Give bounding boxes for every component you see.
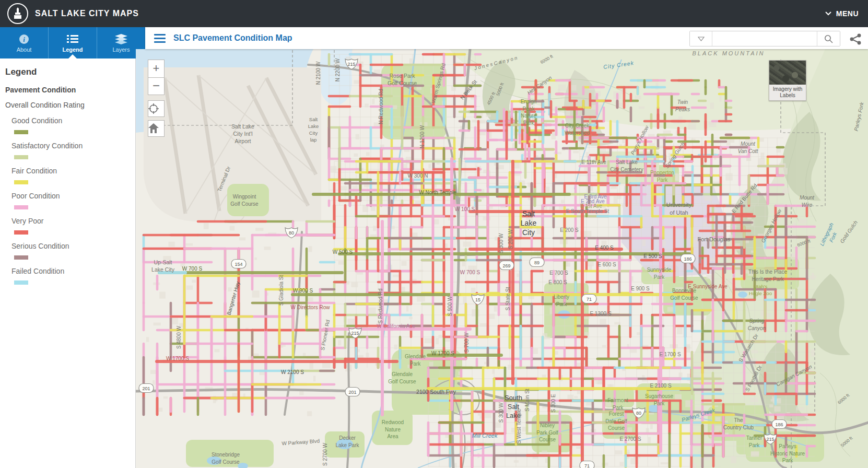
legend-item-label: Good Condition — [11, 116, 135, 125]
basemap-thumbnail — [769, 61, 806, 85]
svg-text:80: 80 — [289, 230, 294, 236]
svg-text:S Main St: S Main St — [524, 389, 530, 412]
svg-text:201: 201 — [142, 386, 150, 391]
svg-text:W California Ave: W California Ave — [377, 323, 415, 329]
svg-text:E South Temple St: E South Temple St — [566, 208, 609, 214]
map-toolbar: SLC Pavement Condition Map — [145, 27, 868, 49]
svg-text:E 1300 S: E 1300 S — [590, 311, 611, 317]
svg-text:W 700 S: W 700 S — [460, 270, 480, 275]
legend-items: Good Condition Satisfactory Condition Fa… — [0, 116, 135, 285]
legend-item: Fair Condition — [11, 167, 135, 184]
svg-text:Mill Creek: Mill Creek — [472, 432, 498, 439]
svg-text:2100 South Fwy: 2100 South Fwy — [416, 389, 456, 395]
svg-text:S Gladiola St: S Gladiola St — [278, 275, 284, 306]
dropdown-triangle-icon — [698, 37, 705, 41]
menu-button[interactable]: MENU — [825, 0, 859, 27]
hamburger-menu-icon[interactable] — [154, 33, 166, 44]
app-header: SALT LAKE CITY MAPS MENU — [0, 0, 868, 27]
crosshair-icon — [148, 103, 159, 114]
highway-shield: 71 — [580, 461, 594, 468]
svg-text:S 200 W: S 200 W — [508, 229, 513, 249]
svg-text:215: 215 — [351, 331, 359, 336]
svg-text:BLACK MOUNTAIN: BLACK MOUNTAIN — [693, 50, 765, 56]
svg-text:E 700 S: E 700 S — [549, 270, 568, 276]
search-group — [689, 31, 840, 46]
legend-title: Legend — [5, 67, 135, 77]
svg-text:15: 15 — [475, 297, 480, 302]
svg-text:89: 89 — [534, 260, 539, 265]
legend-item: Failed Condition — [11, 267, 135, 285]
basemap: BLACK MOUNTAINJ o n e s C a n y o nHell … — [136, 49, 868, 468]
svg-text:N 2100 W: N 2100 W — [315, 61, 321, 85]
svg-text:W 300 N: W 300 N — [408, 173, 428, 179]
svg-text:W 100 S: W 100 S — [455, 206, 475, 212]
legend-item-label: Serious Condition — [11, 242, 135, 250]
legend-item-swatch — [14, 205, 28, 209]
legend-item-swatch — [14, 180, 28, 184]
svg-text:E 800 S: E 800 S — [548, 279, 567, 285]
locate-button[interactable] — [148, 100, 165, 117]
svg-text:201: 201 — [348, 390, 356, 395]
menu-label: MENU — [836, 9, 859, 18]
share-button[interactable] — [849, 33, 862, 47]
legend-item-label: Fair Condition — [11, 167, 135, 175]
tab-about[interactable]: i About — [0, 27, 48, 58]
svg-text:W Directors Row: W Directors Row — [290, 305, 330, 310]
svg-text:S State St: S State St — [505, 287, 511, 310]
svg-text:71: 71 — [584, 463, 590, 468]
svg-text:S West Temple: S West Temple — [516, 408, 522, 443]
legend-item-label: Poor Condition — [11, 192, 135, 200]
svg-text:W 2100 S: W 2100 S — [281, 369, 304, 375]
legend-layer-title: Pavement Condition — [5, 86, 135, 94]
legend-item-swatch — [14, 130, 28, 134]
home-button[interactable] — [148, 120, 165, 137]
svg-text:S 300 W: S 300 W — [498, 402, 504, 423]
svg-text:E 900 S: E 900 S — [631, 286, 650, 291]
svg-text:E 11th Ave: E 11th Ave — [581, 159, 606, 165]
search-input[interactable] — [712, 31, 817, 46]
svg-text:S 700 W: S 700 W — [464, 332, 470, 353]
basemap-toggle[interactable]: Imagery with Labels — [769, 60, 806, 101]
svg-text:186: 186 — [775, 422, 783, 427]
svg-text:S 300 W: S 300 W — [498, 233, 504, 253]
svg-text:215: 215 — [347, 62, 355, 67]
svg-text:N 1200 W: N 1200 W — [419, 125, 425, 148]
share-icon — [849, 33, 862, 45]
legend-item: Poor Condition — [11, 192, 135, 209]
svg-text:N 2200 W: N 2200 W — [335, 58, 341, 81]
svg-text:Fort Douglas: Fort Douglas — [698, 236, 731, 242]
tab-legend-label: Legend — [62, 46, 83, 53]
svg-text:269: 269 — [502, 263, 510, 268]
tab-legend[interactable]: Legend — [48, 27, 97, 58]
legend-panel: Legend Pavement Condition Overall Condit… — [0, 58, 136, 468]
zoom-in-button[interactable]: + — [148, 60, 165, 77]
svg-text:W 1700 S: W 1700 S — [166, 356, 189, 361]
tab-layers-label: Layers — [112, 46, 130, 53]
highway-shield: 269 — [499, 261, 514, 270]
legend-item-label: Very Poor — [11, 217, 135, 225]
legend-item: Serious Condition — [11, 242, 135, 260]
svg-text:W 1700 S: W 1700 S — [431, 350, 454, 356]
svg-text:S 900 W: S 900 W — [447, 296, 453, 316]
svg-text:S 4800 W: S 4800 W — [176, 325, 182, 348]
map-canvas[interactable]: BLACK MOUNTAINJ o n e s C a n y o nHell … — [136, 49, 868, 468]
zoom-out-button[interactable]: − — [148, 77, 165, 95]
svg-text:E 400 S: E 400 S — [595, 245, 614, 251]
legend-item: Good Condition — [11, 116, 135, 134]
svg-text:W 700 S: W 700 S — [182, 266, 203, 272]
legend-item-swatch — [14, 155, 28, 159]
layers-icon — [115, 33, 127, 45]
search-dropdown-button[interactable] — [690, 31, 712, 46]
svg-text:S 300 E: S 300 E — [550, 394, 556, 413]
svg-text:E 200 S: E 200 S — [560, 227, 579, 233]
svg-text:80: 80 — [636, 411, 641, 416]
info-icon: i — [19, 33, 29, 45]
legend-item-swatch — [14, 255, 28, 260]
svg-text:E 500 S: E 500 S — [643, 253, 662, 259]
active-tab-notch — [68, 54, 77, 58]
svg-text:71: 71 — [587, 297, 592, 302]
svg-text:S 2700 W: S 2700 W — [322, 442, 328, 465]
highway-shield: 186 — [772, 420, 787, 429]
search-button[interactable] — [817, 31, 840, 46]
svg-text:i: i — [23, 36, 25, 43]
